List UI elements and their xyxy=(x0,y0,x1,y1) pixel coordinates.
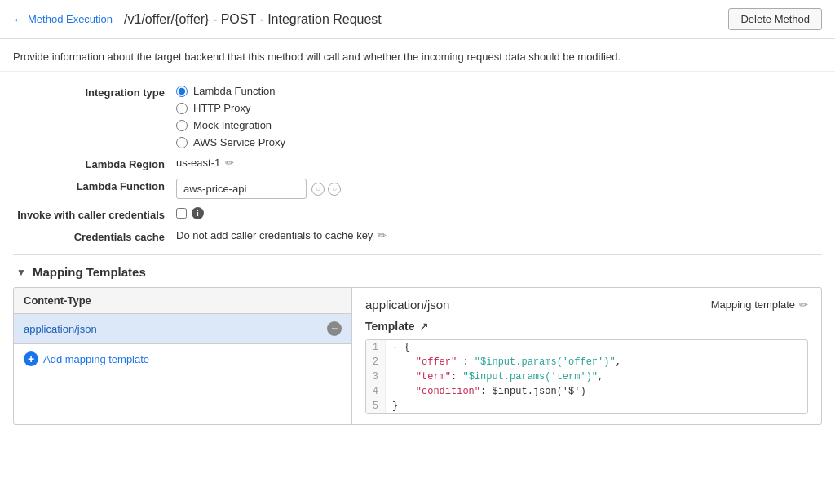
line-num-3: 3 xyxy=(366,369,386,384)
back-link-label: Method Execution xyxy=(28,13,113,25)
line-code-5: } xyxy=(386,399,404,413)
section-divider xyxy=(13,254,822,255)
code-line-4: 4 "condition": $input.json('$') xyxy=(366,384,807,399)
header-left: ← Method Execution /v1/offer/{offer} - P… xyxy=(13,12,382,27)
radio-lambda-label: Lambda Function xyxy=(193,85,275,97)
info-icon[interactable]: i xyxy=(192,207,204,219)
radio-http-label: HTTP Proxy xyxy=(193,102,251,114)
mapping-left-panel: Content-Type application/json − + Add ma… xyxy=(14,288,352,424)
page-header: ← Method Execution /v1/offer/{offer} - P… xyxy=(0,0,835,39)
lambda-function-value-container: ○ ○ xyxy=(176,179,341,199)
radio-mock[interactable]: Mock Integration xyxy=(176,119,285,131)
lambda-region-value-container: us-east-1 ✏ xyxy=(176,157,234,169)
code-line-1: 1 - { xyxy=(366,340,807,355)
line-num-5: 5 xyxy=(366,399,386,413)
credentials-cache-label: Credentials cache xyxy=(13,229,176,243)
remove-mapping-icon[interactable]: − xyxy=(327,321,342,336)
credentials-cache-value-container: Do not add caller credentials to cache k… xyxy=(176,229,387,241)
invoke-caller-row: Invoke with caller credentials i xyxy=(13,207,822,221)
radio-mock-label: Mock Integration xyxy=(193,119,272,131)
radio-http[interactable]: HTTP Proxy xyxy=(176,102,285,114)
radio-lambda[interactable]: Lambda Function xyxy=(176,85,285,97)
add-mapping-icon[interactable]: + xyxy=(24,351,38,366)
status-refresh-icon[interactable]: ○ xyxy=(328,183,341,196)
lambda-function-label: Lambda Function xyxy=(13,179,176,192)
integration-type-row: Integration type Lambda Function HTTP Pr… xyxy=(13,85,822,148)
line-code-1: - { xyxy=(386,340,417,355)
integration-type-label: Integration type xyxy=(13,85,176,99)
mapping-template-label: Mapping template ✏ xyxy=(711,298,808,311)
line-code-4: "condition": $input.json('$') xyxy=(386,384,593,399)
line-num-2: 2 xyxy=(366,355,386,369)
expand-template-icon[interactable]: ↗ xyxy=(419,320,429,333)
radio-http-input[interactable] xyxy=(176,103,188,114)
page-description: Provide information about the target bac… xyxy=(0,39,835,72)
code-block: 1 - { 2 "offer" : "$input.params('offer'… xyxy=(365,339,808,414)
radio-aws-label: AWS Service Proxy xyxy=(193,136,285,148)
line-code-2: "offer" : "$input.params('offer')", xyxy=(386,355,628,369)
mapping-right-header: application/json Mapping template ✏ xyxy=(365,298,808,312)
add-mapping-label: Add mapping template xyxy=(43,353,149,365)
radio-group: Lambda Function HTTP Proxy Mock Integrat… xyxy=(176,85,285,148)
credentials-cache-value: Do not add caller credentials to cache k… xyxy=(176,229,373,241)
back-arrow-icon: ← xyxy=(13,13,24,26)
status-icons: ○ ○ xyxy=(311,183,341,196)
main-content: Integration type Lambda Function HTTP Pr… xyxy=(0,72,835,425)
integration-type-value: Lambda Function HTTP Proxy Mock Integrat… xyxy=(176,85,285,148)
radio-aws[interactable]: AWS Service Proxy xyxy=(176,136,285,148)
template-header: Template ↗ xyxy=(365,320,808,333)
collapse-arrow-icon[interactable]: ▼ xyxy=(16,267,26,278)
lambda-region-row: Lambda Region us-east-1 ✏ xyxy=(13,157,822,170)
radio-aws-input[interactable] xyxy=(176,137,188,148)
mapping-item-json[interactable]: application/json − xyxy=(14,314,351,344)
status-ok-icon[interactable]: ○ xyxy=(311,183,325,196)
radio-lambda-input[interactable] xyxy=(176,86,188,97)
code-line-5: 5 } xyxy=(366,399,807,413)
code-line-2: 2 "offer" : "$input.params('offer')", xyxy=(366,355,807,369)
line-num-1: 1 xyxy=(366,340,386,355)
mapping-template-edit-icon[interactable]: ✏ xyxy=(799,298,808,311)
lambda-function-input[interactable] xyxy=(176,179,307,199)
lambda-function-row: Lambda Function ○ ○ xyxy=(13,179,822,199)
lambda-region-value: us-east-1 xyxy=(176,157,220,169)
lambda-region-label: Lambda Region xyxy=(13,157,176,170)
mapping-templates-header: ▼ Mapping Templates xyxy=(13,265,822,279)
integration-form: Integration type Lambda Function HTTP Pr… xyxy=(13,85,822,243)
lambda-region-edit-icon[interactable]: ✏ xyxy=(225,157,234,169)
credentials-cache-edit-icon[interactable]: ✏ xyxy=(378,229,387,241)
mapping-templates-body: Content-Type application/json − + Add ma… xyxy=(13,287,822,425)
line-code-3: "term": "$input.params('term')", xyxy=(386,369,610,384)
code-line-3: 3 "term": "$input.params('term')", xyxy=(366,369,807,384)
credentials-cache-row: Credentials cache Do not add caller cred… xyxy=(13,229,822,243)
mapping-templates-title: Mapping Templates xyxy=(33,265,146,279)
add-mapping-row[interactable]: + Add mapping template xyxy=(14,344,351,374)
page-title: /v1/offer/{offer} - POST - Integration R… xyxy=(124,12,382,27)
line-num-4: 4 xyxy=(366,384,386,399)
invoke-caller-value: i xyxy=(176,207,204,219)
mapping-item-label: application/json xyxy=(24,323,97,335)
template-label: Template xyxy=(365,320,414,333)
mapping-right-panel: application/json Mapping template ✏ Temp… xyxy=(352,288,821,424)
content-type-header: Content-Type xyxy=(14,288,351,314)
invoke-caller-checkbox[interactable] xyxy=(176,208,187,219)
invoke-caller-label: Invoke with caller credentials xyxy=(13,207,176,221)
delete-method-button[interactable]: Delete Method xyxy=(728,8,822,30)
back-link[interactable]: ← Method Execution xyxy=(13,13,113,26)
selected-content-type: application/json xyxy=(365,298,449,312)
radio-mock-input[interactable] xyxy=(176,120,188,131)
